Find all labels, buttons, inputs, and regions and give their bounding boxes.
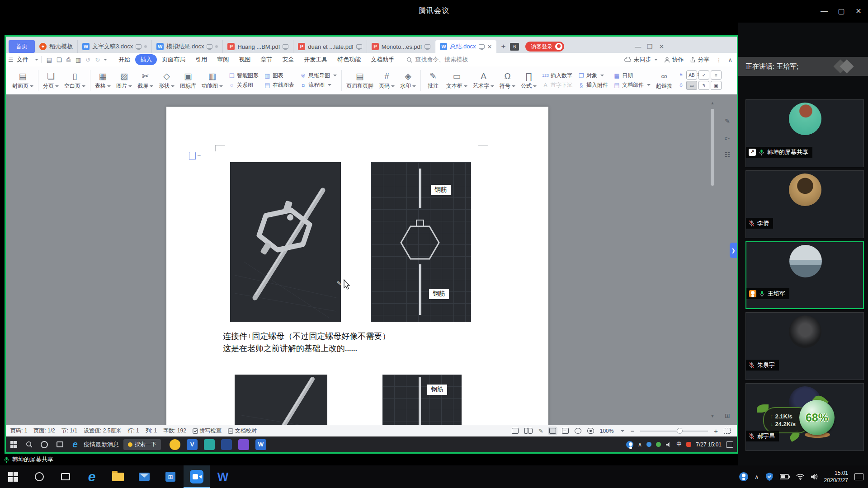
tray-chevron-icon[interactable]: ∧	[638, 441, 642, 448]
tray-volume-icon[interactable]	[811, 474, 818, 480]
participant-tile-zhuquanyu[interactable]: 朱泉宇	[745, 312, 864, 380]
mail-icon[interactable]	[131, 465, 157, 488]
object-button[interactable]: ❐对象	[578, 72, 608, 80]
scroll-down-icon[interactable]: ▼	[710, 414, 715, 418]
relation-chart-button[interactable]: ○关系图	[228, 81, 259, 89]
menu-view[interactable]: 视图	[234, 54, 255, 65]
adjust-tool-icon[interactable]: ☷	[722, 150, 732, 160]
menu-doc-assistant[interactable]: 文档助手	[366, 54, 399, 65]
book-view-icon[interactable]	[524, 428, 533, 434]
collapse-ribbon-icon[interactable]: ∧	[728, 56, 732, 63]
presenter-clock[interactable]: 7/27 15:01	[696, 441, 722, 448]
close-icon[interactable]: ✕	[853, 5, 864, 17]
app-teal-icon[interactable]	[204, 439, 215, 450]
shapes-button[interactable]: ◇形状	[156, 68, 177, 93]
participant-tile-haoyuchang[interactable]: ↑2.1K/s ↓24.2K/s 68% 郝宇昌	[745, 383, 864, 451]
app-purple-icon[interactable]	[238, 439, 249, 450]
toggle-checkbox-icon[interactable]: ✓	[698, 70, 709, 80]
doc-parts-button[interactable]: ▤文档部件	[613, 81, 651, 89]
wps-app-icon[interactable]: W	[210, 465, 236, 488]
menu-security[interactable]: 安全	[277, 54, 299, 65]
header-footer-button[interactable]: ▤页眉和页脚	[344, 68, 376, 93]
tray-wechat-icon[interactable]	[656, 442, 661, 447]
file-explorer-icon[interactable]	[105, 465, 131, 488]
textbox-button[interactable]: ▭文本框	[443, 68, 470, 93]
document-page[interactable]: 钢筋 钢筋 连接件+固定螺母（不过固定螺母好像不需要） 这是在老师之前讲解的基础…	[166, 107, 548, 425]
wps-close-icon[interactable]: ✕	[656, 43, 667, 50]
participant-tile-wangpeijun[interactable]: 王培军	[745, 241, 864, 309]
app-blue-icon[interactable]	[221, 439, 232, 450]
toggle-frame-icon[interactable]: ▭	[686, 81, 697, 90]
cover-page-button[interactable]: ▤封面页	[9, 68, 36, 93]
grid-view-icon[interactable]: ⊞	[722, 411, 732, 421]
scrollbar-thumb[interactable]	[711, 109, 714, 186]
expand-panel-chevron-icon[interactable]: ❯	[730, 243, 737, 258]
tray-wifi-icon[interactable]	[796, 474, 804, 480]
web-layout-icon[interactable]	[575, 428, 581, 434]
tray-account-icon[interactable]	[626, 441, 633, 448]
toggle-wrap-icon[interactable]: ↰	[698, 81, 709, 90]
store-icon[interactable]: ⊞	[157, 465, 184, 488]
maximize-icon[interactable]: ▢	[835, 5, 847, 17]
tray-sogou-icon[interactable]	[686, 442, 691, 447]
cortana-icon[interactable]	[26, 465, 52, 488]
online-chart-button[interactable]: ▤在线图表	[264, 81, 294, 89]
action-center-icon[interactable]	[854, 473, 863, 480]
toggle-lines-icon[interactable]: ≡	[711, 70, 722, 80]
menu-insert-active[interactable]: 插入	[135, 54, 157, 65]
comment-button[interactable]: ✎批注	[423, 68, 443, 93]
presenter-cortana-icon[interactable]	[37, 436, 52, 452]
proofread-button[interactable]: 文档校对	[228, 427, 257, 435]
app-v-icon[interactable]: V	[187, 439, 198, 450]
tab-pdf-monoto[interactable]: P Monoto...es.pdf	[367, 40, 436, 53]
tray-qq-icon[interactable]	[646, 442, 651, 447]
presenter-notification-icon[interactable]	[726, 441, 733, 448]
more-menu-icon[interactable]: ⋮	[716, 56, 722, 63]
status-words[interactable]: 字数: 192	[163, 427, 186, 435]
blank-page-button[interactable]: ▯空白页	[61, 68, 88, 93]
outline-view-icon[interactable]	[562, 428, 569, 434]
icon-library-button[interactable]: ▣图标库	[177, 68, 199, 93]
symbol-button[interactable]: Ω符号	[497, 68, 518, 93]
menu-section[interactable]: 章节	[255, 54, 277, 65]
zoom-in-icon[interactable]: +	[714, 427, 718, 435]
command-search[interactable]: 查找命令、搜索模板	[406, 56, 468, 64]
fit-page-icon[interactable]	[724, 428, 731, 434]
zoom-caret-icon[interactable]	[621, 430, 624, 432]
wps-minimize-icon[interactable]: —	[632, 43, 644, 50]
news-ticker[interactable]: 疫情最新消息	[84, 441, 119, 449]
date-button[interactable]: ▦日期	[613, 72, 651, 80]
mindmap-button[interactable]: ※思维导图	[300, 72, 337, 80]
toggle-lock-icon[interactable]: ▣	[711, 81, 722, 90]
ime-indicator[interactable]: 中	[676, 441, 682, 448]
page-number-button[interactable]: #页码	[376, 68, 397, 93]
select-tool-icon[interactable]: ▻	[722, 133, 732, 143]
zoom-out-icon[interactable]: −	[630, 427, 634, 435]
attach-file-button[interactable]: §插入附件	[578, 81, 608, 89]
ink-mode-icon[interactable]: ✎	[538, 427, 543, 434]
print-layout-icon[interactable]	[549, 428, 556, 434]
tray-people-icon[interactable]	[739, 472, 748, 481]
page-break-button[interactable]: ❏分页	[40, 68, 61, 93]
accelerator-orb[interactable]: 68%	[799, 400, 835, 435]
output-icon[interactable]: ❏	[54, 56, 64, 63]
participant-tile-liqian[interactable]: 李倩	[745, 170, 864, 238]
watermark-button[interactable]: ◈水印	[397, 68, 419, 93]
tab-pdf-duan[interactable]: P duan et ...late.pdf	[293, 40, 367, 53]
collaborate-button[interactable]: 协作	[664, 56, 684, 64]
task-view-icon[interactable]	[52, 465, 79, 488]
zoom-knob[interactable]	[677, 428, 683, 434]
edge-icon[interactable]: e	[79, 465, 105, 488]
presenter-start-button[interactable]	[6, 436, 21, 452]
eye-protect-icon[interactable]	[587, 428, 594, 434]
formula-button[interactable]: ∏公式	[518, 68, 539, 93]
print-icon[interactable]: ⎙	[64, 56, 73, 63]
insert-number-button[interactable]: 123插入数字	[542, 72, 572, 80]
presenter-search-icon[interactable]	[21, 436, 37, 452]
taskbar-clock[interactable]: 15:01 2020/7/27	[824, 469, 848, 484]
tab-doc-summary-active[interactable]: W 总结.docx ✕	[435, 40, 496, 53]
wordart-button[interactable]: A艺术字	[470, 68, 497, 93]
save-icon[interactable]: ▤	[44, 56, 54, 63]
tab-pdf-huang[interactable]: P Huang ...BM.pdf	[223, 40, 293, 53]
tab-doc-wenzi[interactable]: W 文字文稿3.docx	[78, 40, 152, 53]
